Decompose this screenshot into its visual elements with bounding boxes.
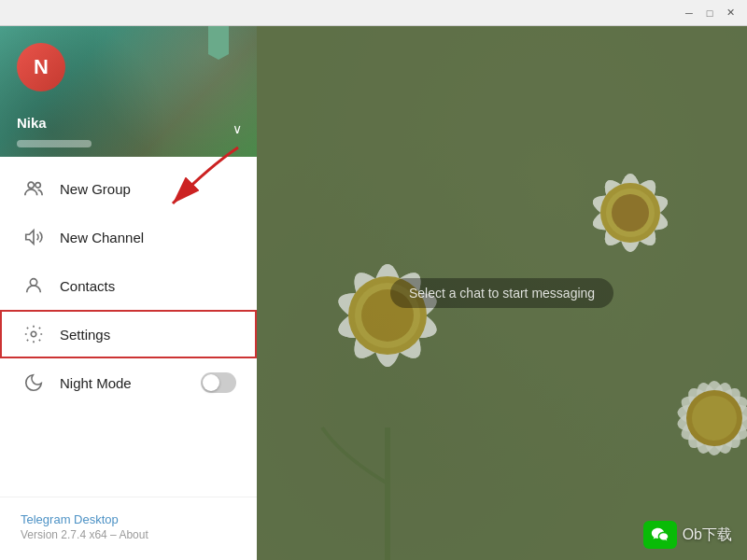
profile-status-bar: [17, 140, 92, 147]
bookmark-icon: [208, 26, 229, 54]
avatar: N: [17, 43, 65, 91]
chat-area: Select a chat to start messaging Ob下载: [257, 26, 747, 560]
night-mode-toggle[interactable]: [201, 372, 236, 393]
sidebar-item-new-channel[interactable]: New Channel: [0, 213, 257, 261]
svg-point-3: [31, 331, 36, 337]
megaphone-icon: [21, 224, 47, 250]
profile-header[interactable]: N Nika ∨: [0, 26, 257, 157]
moon-icon: [21, 370, 47, 396]
gear-icon: [21, 321, 47, 347]
watermark-text: Ob下载: [683, 525, 732, 545]
person-icon: [21, 273, 47, 299]
watermark: Ob下载: [643, 521, 732, 549]
window-controls: ─ □ ✕: [680, 5, 740, 21]
sidebar-item-night-mode[interactable]: Night Mode: [0, 358, 257, 407]
svg-point-0: [28, 182, 34, 188]
sidebar-item-contacts[interactable]: Contacts: [0, 261, 257, 310]
new-channel-label: New Channel: [60, 230, 144, 245]
settings-label: Settings: [60, 327, 110, 343]
sidebar-footer: Telegram Desktop Version 2.7.4 x64 – Abo…: [0, 497, 257, 560]
menu-list: New Group New Channel: [0, 157, 257, 497]
profile-name: Nika: [17, 115, 47, 131]
chat-placeholder: Select a chat to start messaging: [390, 278, 613, 308]
contacts-label: Contacts: [60, 278, 115, 294]
people-icon: [21, 175, 47, 202]
maximize-button[interactable]: □: [700, 5, 719, 21]
close-button[interactable]: ✕: [721, 5, 740, 21]
sidebar-item-settings[interactable]: Settings: [0, 310, 257, 358]
new-group-label: New Group: [60, 181, 131, 197]
svg-point-2: [30, 279, 36, 286]
chevron-down-icon[interactable]: ∨: [233, 121, 242, 136]
sidebar-item-new-group[interactable]: New Group: [0, 164, 257, 213]
app-version: Version 2.7.4 x64 – About: [21, 528, 236, 541]
titlebar: ─ □ ✕: [0, 0, 747, 26]
svg-point-1: [35, 183, 41, 189]
wechat-icon: [643, 521, 677, 549]
night-mode-label: Night Mode: [60, 375, 132, 391]
minimize-button[interactable]: ─: [680, 5, 698, 21]
sidebar: N Nika ∨ New Group: [0, 26, 257, 560]
app-name[interactable]: Telegram Desktop: [21, 512, 236, 526]
main-content: N Nika ∨ New Group: [0, 26, 747, 560]
